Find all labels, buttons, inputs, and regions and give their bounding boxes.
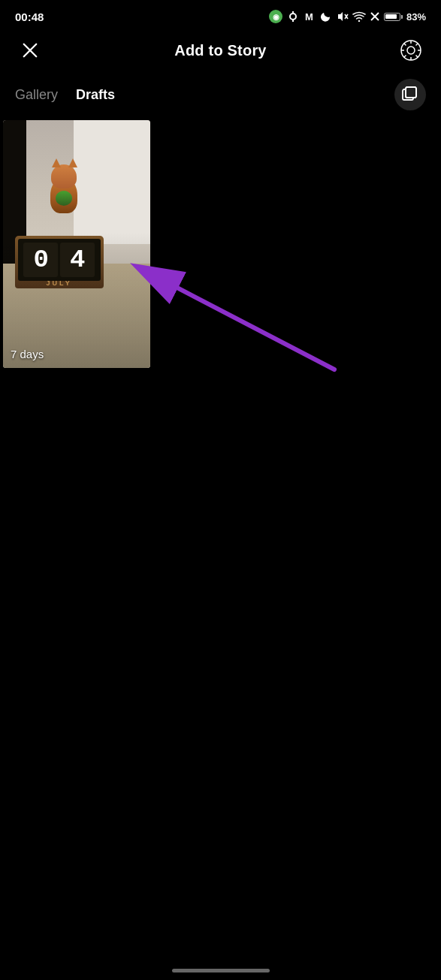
settings-button[interactable] xyxy=(396,35,426,65)
draft-thumbnail: 0 4 JULY 7 days xyxy=(3,120,150,368)
no-sim-icon xyxy=(370,11,380,22)
battery-tip xyxy=(401,15,403,19)
gmail-icon: M xyxy=(304,10,317,23)
close-icon xyxy=(22,42,38,59)
status-bar: 00:48 ◉ M xyxy=(0,0,441,30)
photo-background: 0 4 JULY xyxy=(3,120,150,368)
cat-figurine xyxy=(44,164,83,213)
svg-text:M: M xyxy=(305,11,313,23)
svg-point-8 xyxy=(358,20,360,22)
content-area: 0 4 JULY 7 days xyxy=(0,114,441,368)
settings-icon xyxy=(400,40,421,61)
svg-text:◉: ◉ xyxy=(272,13,279,21)
svg-line-21 xyxy=(415,44,418,46)
tab-gallery[interactable]: Gallery xyxy=(15,87,58,103)
svg-line-20 xyxy=(415,56,418,58)
share-icon xyxy=(286,10,300,23)
calendar-base: 0 4 JULY xyxy=(15,236,104,288)
home-indicator xyxy=(172,969,270,972)
battery-body xyxy=(384,13,400,21)
svg-line-22 xyxy=(403,56,406,58)
page-header: Add to Story xyxy=(0,30,441,75)
message-green-icon: ◉ xyxy=(269,10,282,23)
multi-select-button[interactable] xyxy=(394,79,426,110)
draft-item[interactable]: 0 4 JULY 7 days xyxy=(3,120,150,368)
multi-select-icon xyxy=(402,86,418,103)
status-time: 00:48 xyxy=(15,11,44,23)
svg-rect-24 xyxy=(406,87,416,98)
no-sound-icon xyxy=(337,11,349,23)
battery-percentage: 83% xyxy=(406,11,426,23)
tabs-left: Gallery Drafts xyxy=(15,87,115,103)
svg-line-27 xyxy=(154,276,334,369)
battery-fill xyxy=(385,14,396,19)
svg-point-14 xyxy=(407,47,415,54)
page-title: Add to Story xyxy=(174,42,266,59)
svg-line-19 xyxy=(403,44,406,46)
wifi-icon xyxy=(352,11,366,22)
close-button[interactable] xyxy=(15,35,45,65)
moon-icon xyxy=(321,11,333,23)
status-icons: ◉ M xyxy=(269,10,426,23)
photo-white-wall xyxy=(74,120,150,244)
draft-time-label: 7 days xyxy=(11,348,44,360)
svg-point-2 xyxy=(290,14,296,20)
battery-indicator xyxy=(384,13,403,21)
tab-drafts[interactable]: Drafts xyxy=(76,87,115,103)
tabs-row: Gallery Drafts xyxy=(0,75,441,114)
